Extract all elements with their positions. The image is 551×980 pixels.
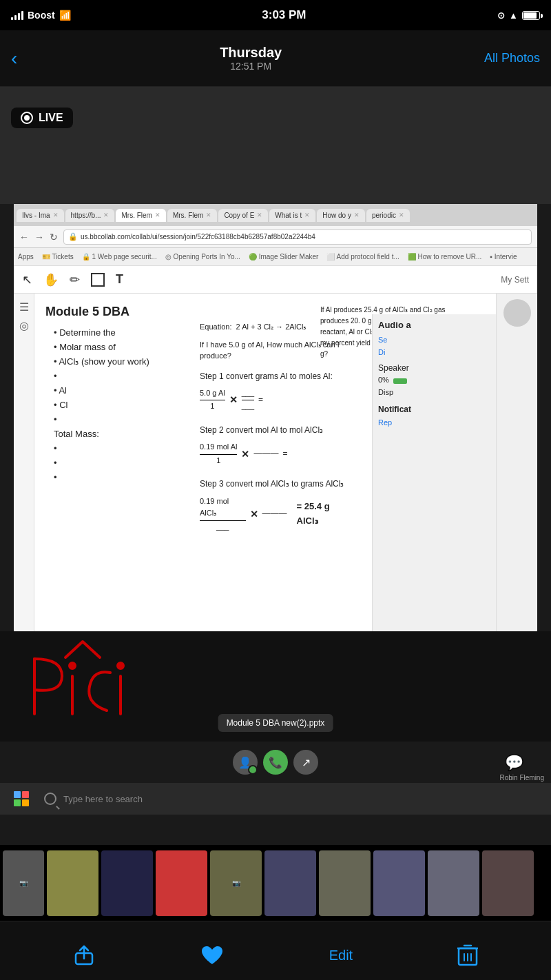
browser-tab-6[interactable]: What is t ✕ — [269, 209, 315, 222]
panel-icon-2[interactable]: ◎ — [19, 319, 29, 332]
status-time: 3:03 PM — [262, 8, 306, 22]
browser-tab-1[interactable]: Ilvs - Ima ✕ — [17, 209, 64, 222]
tab-close-1[interactable]: ✕ — [53, 212, 59, 218]
thumb-5[interactable]: 📷 — [210, 850, 262, 916]
live-circle-icon — [21, 112, 33, 124]
tab-label-7: How do y — [322, 212, 351, 219]
thumb-3[interactable] — [101, 850, 153, 916]
bookmark-remove[interactable]: 🟩 How to remove UR... — [408, 253, 482, 261]
thumb-2[interactable] — [47, 850, 98, 916]
step2-title: Step 2 convert mol Al to mol AlCl₃ — [200, 424, 351, 437]
thumb-4[interactable] — [156, 850, 207, 916]
tab-close-3[interactable]: ✕ — [155, 212, 160, 218]
fraction-2-den: 1 — [216, 455, 220, 467]
line-2: ——— — [253, 447, 278, 460]
wb-right-sidebar: Audio a Se Di Speaker 0% Disp Notificat … — [372, 314, 496, 631]
speaker-label: Speaker — [378, 363, 490, 373]
settings-label: My Sett — [501, 275, 529, 285]
rectangle-tool-button[interactable] — [91, 273, 105, 287]
edit-button[interactable]: Edit — [329, 948, 353, 963]
cross-x-3: ✕ — [250, 507, 258, 522]
photo-area: LIVE Ilvs - Ima ✕ https://b... ✕ Mrs. Fl… — [0, 87, 551, 845]
tab-close-4[interactable]: ✕ — [206, 212, 211, 218]
fraction-3: 0.19 mol AlCl₃ ___ — [200, 496, 246, 533]
equation-text: 2 Al + 3 Cl₂ → 2AlCl₃ — [236, 323, 306, 331]
hand-tool-button[interactable]: ✋ — [43, 272, 59, 287]
settings-btn[interactable]: Se — [378, 336, 490, 344]
status-left: Boost 📶 — [11, 10, 71, 21]
bottom-toolbar: Edit — [0, 921, 551, 980]
dial-btn[interactable]: Di — [378, 348, 490, 356]
speaker-bar[interactable] — [393, 378, 407, 384]
bookmarks-bar: Apps 🎫 Tickets 🔒 1 Web page securit... ◎… — [14, 248, 537, 266]
fraction-2: 0.19 mol Al 1 — [200, 441, 237, 467]
select-tool-button[interactable]: ↖ — [22, 272, 32, 287]
thumb-9[interactable] — [428, 850, 479, 916]
status-right: ⊙ ▲ — [497, 10, 540, 21]
like-button[interactable] — [200, 945, 225, 967]
thumb-6[interactable] — [264, 850, 316, 916]
fraction-1b-den: ___ — [242, 400, 254, 413]
fraction-3-den: ___ — [216, 521, 229, 533]
taskbar-share-icon[interactable]: ↗ — [293, 750, 318, 775]
share-button[interactable] — [73, 945, 95, 967]
refresh-button[interactable]: ↻ — [50, 232, 58, 243]
bookmark-slider[interactable]: 🟢 Image Slider Maker — [249, 253, 318, 261]
browser-tab-5[interactable]: Copy of E ✕ — [218, 209, 268, 222]
tab-close-8[interactable]: ✕ — [399, 212, 404, 218]
browser-tab-3[interactable]: Mrs. Flem ✕ — [116, 209, 165, 222]
bookmark-tickets[interactable]: 🎫 Tickets — [42, 253, 74, 261]
start-button[interactable] — [11, 788, 32, 809]
chevron-left-icon: ‹ — [11, 48, 17, 70]
browser-tab-4[interactable]: Mrs. Flem ✕ — [167, 209, 217, 222]
taskbar-area: Module 5 DBA new(2).pptx 👤 📞 ↗ Robin Fle… — [0, 742, 551, 783]
step2: Step 2 convert mol Al to mol AlCl₃ 0.19 … — [200, 424, 351, 467]
taskbar-icons: 👤 📞 ↗ — [233, 750, 318, 775]
search-input[interactable]: Type here to search — [63, 794, 143, 804]
svg-point-0 — [70, 663, 75, 668]
tab-close-6[interactable]: ✕ — [304, 212, 310, 218]
fraction-1b-num: ___ — [242, 387, 254, 401]
taskbar-phone-icon[interactable]: 📞 — [263, 750, 288, 775]
back-button[interactable]: ‹ — [11, 48, 17, 70]
cross-x-2: ✕ — [241, 447, 249, 462]
tab-close-7[interactable]: ✕ — [354, 212, 360, 218]
all-photos-button[interactable]: All Photos — [484, 51, 540, 65]
fraction-1: 5.0 g Al 1 — [200, 387, 225, 413]
tab-close-5[interactable]: ✕ — [257, 212, 262, 218]
thumb-1[interactable]: 📷 — [3, 850, 44, 916]
thumb-10[interactable] — [482, 850, 534, 916]
step3-title: Step 3 convert mol AlCl₃ to grams AlCl₃ — [200, 478, 351, 491]
url-bar: ← → ↻ 🔒 us.bbcollab.com/collab/ui/sessio… — [14, 226, 537, 248]
forward-nav-button[interactable]: → — [34, 232, 44, 243]
bookmark-intervie[interactable]: ▪ Intervie — [490, 253, 517, 261]
browser-tab-7[interactable]: How do y ✕ — [317, 209, 365, 222]
nav-bar: ‹ Thursday 12:51 PM All Photos — [0, 30, 551, 87]
nav-title-block: Thursday 12:51 PM — [220, 45, 282, 72]
tab-close-2[interactable]: ✕ — [103, 212, 109, 218]
bookmark-apps[interactable]: Apps — [18, 253, 34, 261]
bookmark-security[interactable]: 🔒 1 Web page securit... — [82, 253, 157, 261]
nav-subtitle: 12:51 PM — [220, 61, 282, 72]
browser-tab-2[interactable]: https://b... ✕ — [65, 209, 115, 222]
thumb-7[interactable] — [319, 850, 371, 916]
browser-tab-8[interactable]: periodic ✕ — [366, 209, 410, 222]
screen-record-icon: ⊙ — [497, 10, 505, 21]
delete-button[interactable] — [457, 944, 478, 968]
pen-tool-button[interactable]: ✏ — [70, 272, 80, 287]
step1-fraction: 5.0 g Al 1 ✕ ___ ___ = — [200, 387, 351, 413]
thumb-8[interactable] — [373, 850, 425, 916]
carrier-label: Boost — [28, 10, 55, 21]
text-tool-button[interactable]: T — [116, 272, 123, 287]
location-icon: ▲ — [509, 10, 518, 21]
rep-label[interactable]: Rep — [378, 418, 490, 427]
bookmark-protocol[interactable]: ⬜ Add protocol field t... — [326, 253, 399, 261]
bookmark-ports[interactable]: ◎ Opening Ports In Yo... — [165, 253, 240, 261]
taskbar-user-icon[interactable]: 👤 — [233, 750, 258, 775]
tab-label-1: Ilvs - Ima — [22, 212, 50, 219]
panel-icon-1[interactable]: ☰ — [19, 300, 29, 314]
back-nav-button[interactable]: ← — [19, 232, 29, 243]
whiteboard: Module 5 DBA • Determine the • Molar mas… — [34, 294, 496, 631]
chat-icon[interactable]: 💬 — [505, 754, 523, 772]
url-box[interactable]: 🔒 us.bbcollab.com/collab/ui/session/join… — [63, 229, 532, 245]
